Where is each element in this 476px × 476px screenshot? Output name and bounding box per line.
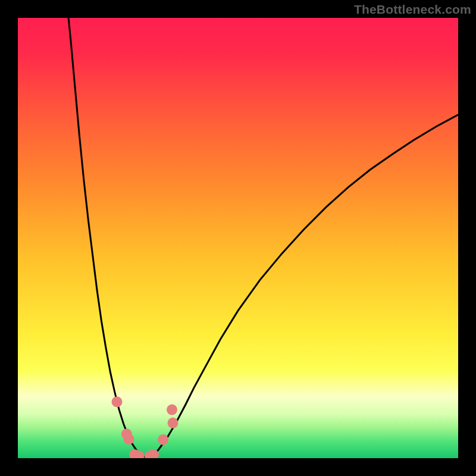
- data-marker: [167, 418, 178, 428]
- plot-area: [18, 18, 458, 458]
- chart-svg: [18, 18, 458, 458]
- gradient-background: [18, 18, 458, 458]
- outer-frame: TheBottleneck.com: [0, 0, 476, 476]
- data-marker: [123, 434, 134, 444]
- watermark-text: TheBottleneck.com: [354, 2, 471, 17]
- data-marker: [112, 396, 123, 407]
- data-marker: [158, 434, 168, 445]
- data-marker: [167, 405, 177, 415]
